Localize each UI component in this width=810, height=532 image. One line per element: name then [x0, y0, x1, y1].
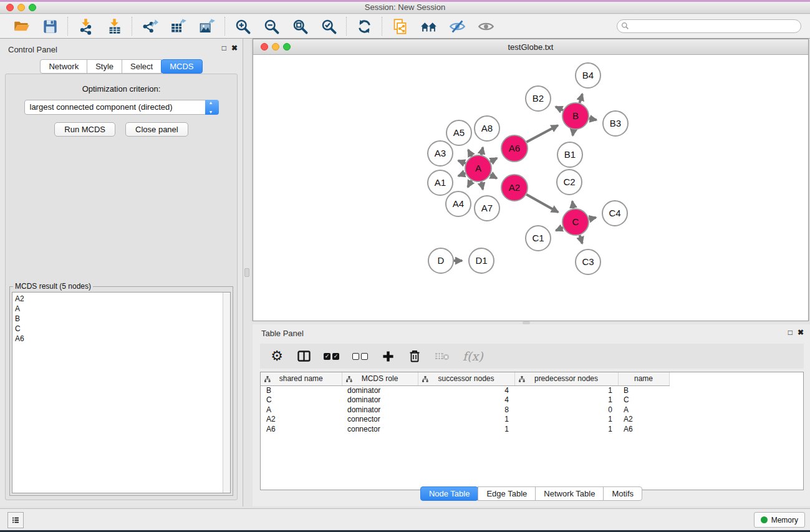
task-history-button[interactable] [7, 512, 24, 528]
show-all-networks-button[interactable] [419, 17, 438, 36]
import-table-button[interactable] [105, 17, 123, 36]
table-cell[interactable]: 1 [418, 424, 514, 434]
graph-edge-B-B2[interactable] [556, 107, 563, 110]
graph-node-B2[interactable] [526, 86, 551, 111]
table-cell[interactable]: 1 [418, 415, 514, 425]
tab-edge-table[interactable]: Edge Table [478, 486, 536, 501]
graph-edge-A-A2[interactable] [490, 175, 496, 178]
export-network-button[interactable] [140, 17, 159, 36]
zoom-selected-button[interactable] [319, 17, 338, 36]
table-cell[interactable]: A2 [261, 415, 342, 425]
graph-node-B3[interactable] [603, 111, 628, 136]
graph-node-A1[interactable] [428, 170, 453, 195]
network-canvas[interactable]: B4B2BB3A8A5A6A3B1AA1C2A2A4A7C4CC1C3DD1 [253, 56, 808, 321]
close-panel-icon[interactable]: ✖ [231, 44, 238, 52]
column-header-name[interactable]: name [618, 372, 669, 385]
graph-edge-B-B3[interactable] [589, 118, 597, 120]
tab-network[interactable]: Network [40, 59, 87, 74]
graph-node-C2[interactable] [557, 170, 582, 195]
mcds-result-item[interactable]: B [15, 314, 230, 324]
tab-style[interactable]: Style [87, 59, 122, 74]
delete-column-button[interactable] [408, 348, 422, 364]
graph-edge-A-A3[interactable] [458, 160, 466, 163]
graph-edge-A-A7[interactable] [481, 181, 483, 189]
tab-select[interactable]: Select [122, 59, 162, 74]
table-cell[interactable]: dominator [342, 405, 418, 415]
network-from-file-button[interactable] [390, 17, 409, 36]
table-cell[interactable]: C [618, 395, 669, 405]
table-row[interactable]: A6connector11A6 [261, 424, 803, 434]
network-zoom-icon[interactable] [283, 43, 291, 51]
close-window-icon[interactable] [6, 4, 14, 11]
tab-mcds[interactable]: MCDS [161, 59, 202, 74]
graph-edge-A6-B[interactable] [526, 125, 557, 142]
criterion-dropdown[interactable]: largest connected component (directed) [24, 100, 219, 115]
run-mcds-button[interactable]: Run MCDS [54, 122, 115, 137]
column-header-MCDS-role[interactable]: MCDS role [342, 372, 418, 385]
show-graphics-details-button[interactable] [476, 17, 495, 36]
table-settings-button[interactable]: ⚙ [270, 348, 284, 364]
table-cell[interactable]: A2 [618, 415, 669, 425]
export-table-button[interactable] [169, 17, 188, 36]
graph-edge-A-A4[interactable] [468, 180, 471, 187]
graph-node-D1[interactable] [469, 248, 494, 273]
graph-node-C[interactable] [562, 209, 589, 235]
network-window-titlebar[interactable]: testGlobe.txt [253, 39, 808, 55]
graph-node-B4[interactable] [576, 63, 600, 88]
memory-button[interactable]: Memory [754, 512, 805, 528]
graph-node-C1[interactable] [526, 226, 551, 251]
float-panel-icon[interactable]: □ [222, 44, 226, 52]
table-close-panel-icon[interactable]: ✖ [798, 328, 804, 337]
search-input[interactable] [617, 19, 801, 33]
table-row[interactable]: Bdominator41B [261, 385, 803, 395]
graph-node-A7[interactable] [475, 196, 499, 221]
table-row[interactable]: A2connector11A2 [261, 415, 803, 425]
graph-edge-A-A5[interactable] [468, 150, 472, 156]
table-cell[interactable]: dominator [342, 395, 418, 405]
graph-node-A5[interactable] [446, 120, 471, 145]
table-cell[interactable]: C [261, 395, 342, 405]
hide-graphics-details-button[interactable] [448, 17, 466, 36]
graph-node-C4[interactable] [602, 201, 627, 226]
graph-node-A2[interactable] [501, 175, 528, 201]
export-image-button[interactable] [198, 17, 216, 36]
tab-network-table[interactable]: Network Table [535, 486, 604, 501]
graph-node-D[interactable] [428, 248, 453, 273]
mcds-result-item[interactable]: C [15, 324, 230, 334]
graph-edge-A-A8[interactable] [481, 147, 483, 155]
mcds-result-item[interactable]: A [15, 304, 230, 314]
vertical-splitter-handle-icon[interactable] [244, 268, 249, 277]
graph-edge-A-A6[interactable] [490, 158, 497, 162]
import-network-button[interactable] [76, 17, 95, 36]
tab-node-table[interactable]: Node Table [420, 486, 479, 501]
graph-node-B1[interactable] [557, 142, 582, 167]
table-cell[interactable]: dominator [342, 385, 418, 395]
column-header-predecessor-nodes[interactable]: predecessor nodes [514, 372, 618, 385]
create-column-button[interactable] [381, 348, 395, 364]
mcds-result-item[interactable]: A6 [15, 334, 230, 344]
graph-edge-A-A1[interactable] [458, 173, 465, 176]
graph-edge-C-C4[interactable] [589, 218, 595, 220]
table-cell[interactable]: B [618, 385, 669, 395]
mcds-list-scrollbar[interactable] [223, 293, 230, 493]
table-cell[interactable]: 1 [514, 385, 618, 395]
zoom-fit-button[interactable] [291, 17, 309, 36]
graph-node-A[interactable] [465, 155, 491, 181]
table-cell[interactable]: 1 [514, 415, 618, 425]
close-panel-button[interactable]: Close panel [125, 122, 188, 137]
table-cell[interactable]: connector [342, 415, 418, 425]
table-cell[interactable]: 4 [418, 385, 514, 395]
graph-edge-C-C3[interactable] [580, 235, 582, 243]
table-cell[interactable]: connector [342, 424, 418, 434]
table-row[interactable]: Adominator80A [261, 405, 803, 415]
table-cell[interactable]: B [261, 385, 342, 395]
graph-node-B[interactable] [562, 103, 589, 129]
graph-edge-C-C2[interactable] [572, 201, 574, 209]
graph-node-A4[interactable] [446, 191, 471, 216]
graph-node-A3[interactable] [428, 141, 453, 166]
network-minimize-icon[interactable] [272, 43, 279, 51]
table-cell[interactable]: A [261, 405, 342, 415]
column-header-successor-nodes[interactable]: successor nodes [418, 372, 514, 385]
graph-edge-A2-C[interactable] [526, 195, 558, 213]
graph-edge-B-B1[interactable] [572, 130, 573, 136]
